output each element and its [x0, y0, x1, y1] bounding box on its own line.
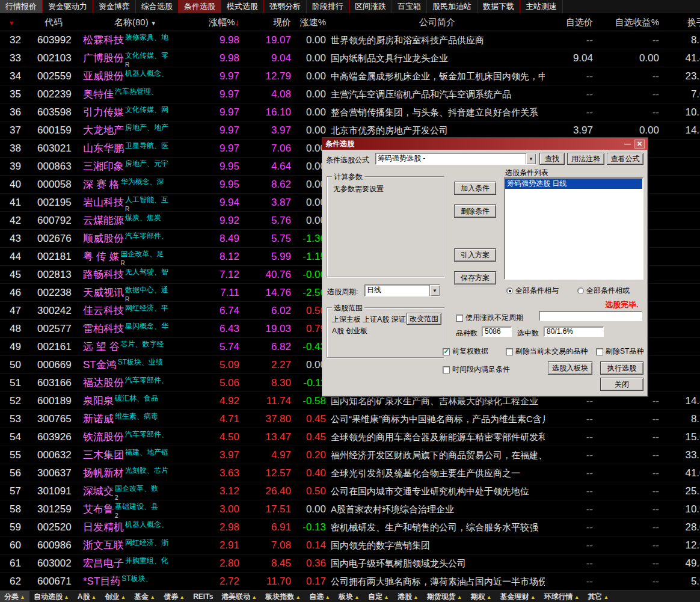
import-plan-button[interactable]: 引入方案	[454, 248, 496, 262]
checkbox-forward-adjusted[interactable]: ✓前复权数据	[443, 346, 488, 357]
menu-item[interactable]: 百宝箱	[392, 0, 427, 13]
name-dropdown-icon[interactable]: ▼	[151, 20, 156, 26]
close-button[interactable]: 关闭	[600, 378, 643, 391]
usage-note-button[interactable]: 用法注释	[567, 153, 604, 165]
delete-condition-button[interactable]: 删除条件	[454, 204, 496, 218]
table-row[interactable]: 62600671*ST目药ST板块、2.7211.700.17公司拥有两大驰名商…	[0, 573, 700, 591]
current-price: 12.79	[243, 67, 295, 85]
table-row[interactable]: 55000632三木集团福建、地产链3.974.970.20福州经济开发区财政局…	[0, 446, 700, 464]
menu-item[interactable]: 阶段排行	[307, 0, 349, 13]
table-row[interactable]: 60600986浙文互联网红经济、浙2.917.080.14国内领先的数字营销集…	[0, 536, 700, 554]
col-header-speed[interactable]: 涨速%	[295, 13, 330, 31]
bottom-tab[interactable]: 基金▲	[130, 591, 159, 602]
checkbox-box[interactable]	[456, 315, 463, 322]
col-header-turnover[interactable]: 换手Z	[663, 13, 700, 31]
minimize-icon[interactable]: —	[622, 140, 633, 149]
checkbox-box[interactable]	[443, 366, 450, 373]
checkbox-box[interactable]	[506, 348, 513, 355]
bottom-tab[interactable]: 期货现货▲	[423, 591, 467, 602]
table-row[interactable]: 36603598引力传媒文化传媒、网9.9716.100.00整合营销传播集团，…	[0, 103, 700, 121]
custom-period-input[interactable]	[539, 311, 642, 321]
table-row[interactable]: 59002520日发精机机器人概念、2.986.91-0.13密机械研发、生产和…	[0, 518, 700, 536]
col-header-code[interactable]: 代码	[34, 13, 81, 31]
table-row[interactable]: 54603926铁流股份汽车零部件、4.5013.470.45全球领先的商用车离…	[0, 428, 700, 446]
menu-item[interactable]: 数据下载	[477, 0, 520, 13]
bottom-tab[interactable]: 其它▲	[584, 591, 613, 602]
bottom-tab[interactable]: REITs	[189, 591, 217, 602]
checkbox-time-range[interactable]: 时间段内满足条件	[443, 364, 510, 375]
row-index: 43	[0, 230, 34, 247]
close-icon[interactable]: ✕	[634, 140, 645, 149]
current-price: 14.76	[243, 284, 295, 301]
col-header-fav-gain[interactable]: 自选收益%	[597, 13, 663, 31]
bottom-tab[interactable]: 自定▲	[364, 591, 393, 602]
find-button[interactable]: 查找	[539, 153, 565, 165]
checkbox-box[interactable]	[596, 348, 603, 355]
col-header-desc[interactable]: 公司简介	[330, 13, 545, 31]
menu-item[interactable]: 强弱分析	[264, 0, 307, 13]
table-row[interactable]: 61603002宏昌电子并购重组、化2.808.450.36国内电子级环氧树脂领…	[0, 554, 700, 573]
corner-header-cell[interactable]: ▼	[0, 13, 34, 31]
execute-select-button[interactable]: 执行选股	[600, 361, 643, 375]
company-desc: 世界领先的厨房和浴室科技产品供应商	[330, 31, 545, 49]
checkbox-exclude-not-traded[interactable]: 剔除当前未交易的品种	[506, 346, 588, 357]
condition-listbox[interactable]: 筹码强势选股 日线	[504, 177, 643, 280]
col-header-price[interactable]: 现价	[243, 13, 295, 31]
checkbox-box[interactable]: ✓	[443, 348, 450, 355]
bottom-tab[interactable]: 债券▲	[159, 591, 189, 602]
table-row[interactable]: 56300637扬帆新材光刻胶、芯片3.6312.570.40全球光引发剂及巯基…	[0, 464, 700, 482]
stock-name: 扬帆新材光刻胶、芯片	[81, 464, 200, 482]
radio-all-and[interactable]: 全部条件相与	[506, 286, 559, 296]
bottom-tab[interactable]: 港美联动▲	[217, 591, 261, 602]
condition-list-item[interactable]: 筹码强势选股 日线	[505, 179, 642, 189]
add-condition-button[interactable]: 加入条件	[454, 182, 496, 195]
menu-item[interactable]: 模式选股	[221, 0, 264, 13]
radio-all-or[interactable]: 全部条件相或	[577, 286, 630, 296]
menu-item[interactable]: 资金博弈	[93, 0, 136, 13]
table-row[interactable]: 35002239奥特佳汽车热管理、9.974.080.00主营汽车空调压缩机产品…	[0, 85, 700, 103]
stock-code: 301259	[34, 500, 81, 518]
table-row[interactable]: 33002103广博股份文化传媒、零R9.989.040.00国内纸制品文具行业…	[0, 49, 700, 67]
dialog-titlebar[interactable]: 条件选股 — ✕	[322, 138, 648, 150]
change-scope-button[interactable]: 改变范围	[407, 313, 441, 325]
view-formula-button[interactable]: 查看公式	[607, 153, 643, 165]
menu-item[interactable]: 区间涨跌	[349, 0, 392, 13]
combo-arrow-icon[interactable]: ▼	[429, 285, 440, 296]
stock-name: 浙文互联网红经济、浙	[81, 536, 200, 554]
save-plan-button[interactable]: 保存方案	[454, 271, 496, 284]
table-row[interactable]: 32603992松霖科技装修家具、地9.9819.070.00世界领先的厨房和浴…	[0, 31, 700, 49]
period-combobox[interactable]: 日线 ▼	[364, 284, 440, 296]
checkbox-custom-period[interactable]: 使用涨跌不定周期	[456, 313, 523, 323]
menu-item[interactable]: 主站测速	[520, 0, 563, 13]
col-header-fav-price[interactable]: 自选价	[545, 13, 597, 31]
bottom-tab[interactable]: 期权▲	[467, 591, 496, 602]
menu-item[interactable]: 条件选股	[179, 0, 221, 13]
bottom-tab[interactable]: 创业▲	[100, 591, 130, 602]
menu-item[interactable]: 资金驱动力	[43, 0, 93, 13]
row-index: 59	[0, 518, 34, 536]
bottom-tab[interactable]: 基金理财▲	[496, 591, 540, 602]
bottom-tab[interactable]: 港股▲	[393, 591, 423, 602]
bottom-tab[interactable]: 自选▲	[305, 591, 334, 602]
bottom-tab[interactable]: 板块▲	[334, 591, 364, 602]
fav-price: --	[545, 464, 597, 482]
table-row[interactable]: 53300765新诺威维生素、病毒4.7137.800.45公司“果维康”商标为…	[0, 410, 700, 428]
table-row[interactable]: 34002559亚威股份机器人概念、9.9712.790.00中高端金属成形机床…	[0, 67, 700, 85]
bottom-tab[interactable]: 环球行情▲	[540, 591, 584, 602]
menu-item[interactable]: 行情报价	[0, 0, 43, 13]
formula-combobox[interactable]: 筹码强势选股 - ▼	[375, 153, 536, 165]
checkbox-exclude-st[interactable]: 剔除ST品种	[596, 346, 643, 357]
menu-item[interactable]: 综合选股	[136, 0, 179, 13]
bottom-tab[interactable]: A股▲	[73, 591, 101, 602]
bottom-tab[interactable]: 分类▲	[0, 591, 29, 602]
col-header-pct[interactable]: 涨幅%↓	[200, 13, 243, 31]
pct-change: 2.98	[200, 518, 243, 536]
table-row[interactable]: 58301259艾布鲁基础建设、县23.0017.510.00A股首家农村环境综…	[0, 500, 700, 518]
menu-item[interactable]: 股民加油站	[427, 0, 477, 13]
table-row[interactable]: 57301091深城交国企改革、数23.1226.400.50公司在国内城市交通…	[0, 482, 700, 500]
bottom-tab[interactable]: 板块指数▲	[261, 591, 305, 602]
bottom-tab[interactable]: 自动选股▲	[29, 591, 73, 602]
combo-arrow-icon[interactable]: ▼	[526, 153, 536, 164]
select-into-block-button[interactable]: 选股入板块	[548, 361, 592, 375]
col-header-name[interactable]: 名称(80)▼	[81, 13, 200, 31]
